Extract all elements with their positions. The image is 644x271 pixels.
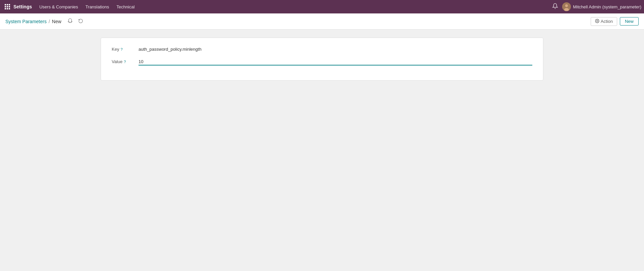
form-card: Key ? auth_password_policy.minlength Val… (101, 38, 543, 81)
svg-rect-7 (7, 8, 8, 9)
svg-rect-4 (7, 6, 8, 7)
value-input-wrapper (139, 58, 532, 65)
navbar-menu: Users & Companies Translations Technical (36, 3, 138, 11)
apps-icon[interactable] (3, 2, 12, 11)
svg-point-10 (565, 4, 568, 7)
action-button-label: Action (601, 19, 613, 24)
navbar-menu-technical[interactable]: Technical (113, 3, 138, 11)
breadcrumb-current: New (52, 19, 61, 24)
svg-rect-5 (9, 6, 10, 7)
gear-icon (595, 19, 599, 24)
svg-rect-2 (9, 4, 10, 5)
user-name: Mitchell Admin (system_parameter) (573, 4, 641, 9)
svg-rect-6 (5, 8, 6, 9)
user-menu[interactable]: Mitchell Admin (system_parameter) (562, 2, 641, 11)
svg-rect-0 (5, 4, 6, 5)
navbar-menu-users-companies[interactable]: Users & Companies (36, 3, 82, 11)
value-help-icon[interactable]: ? (124, 60, 126, 64)
breadcrumb-separator: / (49, 19, 50, 24)
discard-icon[interactable] (77, 18, 85, 25)
svg-rect-8 (9, 8, 10, 9)
new-button[interactable]: New (620, 17, 639, 26)
svg-rect-3 (5, 6, 6, 7)
bell-icon[interactable] (551, 2, 559, 12)
key-row: Key ? auth_password_policy.minlength (112, 46, 532, 52)
navbar-brand[interactable]: Settings (13, 4, 32, 9)
action-button[interactable]: Action (591, 17, 617, 26)
breadcrumb-system-parameters[interactable]: System Parameters (5, 19, 47, 24)
main-content: Key ? auth_password_policy.minlength Val… (0, 30, 644, 271)
cloud-save-icon[interactable] (66, 17, 74, 25)
navbar-left: Settings Users & Companies Translations … (3, 2, 551, 11)
navbar-menu-translations[interactable]: Translations (82, 3, 112, 11)
navbar: Settings Users & Companies Translations … (0, 0, 644, 13)
breadcrumb-actions (66, 17, 85, 25)
svg-point-12 (597, 20, 598, 21)
value-label: Value ? (112, 58, 139, 64)
key-help-icon[interactable]: ? (120, 47, 122, 51)
value-input[interactable] (139, 58, 532, 65)
avatar (562, 2, 571, 11)
subheader: System Parameters / New (0, 13, 644, 30)
svg-rect-1 (7, 4, 8, 5)
key-label: Key ? (112, 46, 139, 52)
breadcrumb: System Parameters / New (5, 17, 85, 25)
key-value: auth_password_policy.minlength (139, 46, 532, 52)
navbar-right: Mitchell Admin (system_parameter) (551, 2, 641, 12)
subheader-right: Action New (591, 17, 639, 26)
value-row: Value ? (112, 58, 532, 65)
